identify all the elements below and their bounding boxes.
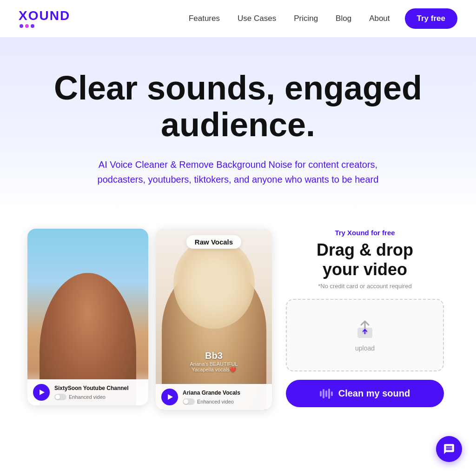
hero-headline: Clear sounds, engaged audience. bbox=[29, 70, 447, 143]
waveform-bar-4 bbox=[328, 389, 330, 399]
video-cards: SixtySoon Youtube Channel Enhanced video… bbox=[27, 229, 272, 410]
clean-btn-label: Clean my sound bbox=[338, 388, 410, 399]
try-xound-label: Try Xound for free bbox=[286, 229, 444, 237]
video-thumb-1 bbox=[27, 229, 148, 405]
card-title-1: SixtySoon Youtube Channel bbox=[54, 385, 143, 392]
logo[interactable]: XOUND bbox=[19, 9, 70, 28]
card-footer-1: SixtySoon Youtube Channel Enhanced video bbox=[27, 379, 148, 405]
nav-blog[interactable]: Blog bbox=[329, 10, 358, 27]
enhanced-label-1: Enhanced video bbox=[69, 394, 106, 400]
card-info-1: SixtySoon Youtube Channel Enhanced video bbox=[54, 385, 143, 400]
nav-pricing[interactable]: Pricing bbox=[287, 10, 324, 27]
chat-icon bbox=[443, 443, 455, 455]
logo-text: XOUND bbox=[19, 9, 70, 22]
card-enhanced-2: Enhanced video bbox=[183, 398, 266, 405]
logo-dot-2 bbox=[25, 24, 29, 28]
upload-area[interactable]: upload bbox=[286, 299, 444, 371]
enhanced-toggle-1[interactable] bbox=[54, 394, 66, 400]
play-button-2[interactable] bbox=[161, 389, 178, 405]
upload-label: upload bbox=[296, 344, 434, 352]
nav: Features Use Cases Pricing Blog About Tr… bbox=[182, 8, 457, 29]
no-credit-label: *No credit card or account required bbox=[286, 283, 444, 290]
card-title-2: Ariana Grande Vocals bbox=[183, 390, 266, 397]
bb3-sub: Ariana's BEAUTIFULYacapella vocals❤️ bbox=[190, 361, 238, 373]
hero-section: Clear sounds, engaged audience. AI Voice… bbox=[0, 37, 476, 210]
header: XOUND Features Use Cases Pricing Blog Ab… bbox=[0, 0, 476, 37]
logo-dot-1 bbox=[20, 24, 23, 28]
bb3-text: Bb3 bbox=[190, 350, 238, 361]
nav-use-cases[interactable]: Use Cases bbox=[231, 10, 283, 27]
drag-drop-title: Drag & dropyour video bbox=[286, 240, 444, 279]
chat-support-button[interactable] bbox=[436, 436, 462, 462]
card-enhanced-1: Enhanced video bbox=[54, 394, 143, 400]
waveform-bar-3 bbox=[325, 390, 327, 397]
right-panel: Try Xound for free Drag & dropyour video… bbox=[281, 229, 449, 407]
try-free-button[interactable]: Try free bbox=[405, 8, 457, 29]
video-card-1: SixtySoon Youtube Channel Enhanced video bbox=[27, 229, 148, 405]
card-footer-2: Ariana Grande Vocals Enhanced video bbox=[156, 384, 272, 410]
video-thumb-2 bbox=[156, 229, 272, 410]
video-card-2: Raw Vocals Bb3 Ariana's BEAUTIFULYacapel… bbox=[156, 229, 272, 410]
play-button-1[interactable] bbox=[33, 384, 50, 401]
enhanced-toggle-2[interactable] bbox=[183, 398, 195, 405]
bb3-overlay: Bb3 Ariana's BEAUTIFULYacapella vocals❤️ bbox=[190, 350, 238, 373]
logo-dot-3 bbox=[31, 24, 34, 28]
waveform-bar-2 bbox=[323, 389, 324, 398]
hero-subheadline: AI Voice Cleaner & Remove Background Noi… bbox=[75, 157, 401, 187]
enhanced-label-2: Enhanced video bbox=[197, 399, 234, 404]
nav-features[interactable]: Features bbox=[182, 10, 226, 27]
waveform-bar-1 bbox=[320, 391, 322, 397]
waveform-bar-5 bbox=[331, 391, 333, 396]
clean-sound-button[interactable]: Clean my sound bbox=[286, 380, 444, 407]
upload-icon bbox=[354, 318, 376, 341]
logo-dots bbox=[19, 24, 34, 28]
card-info-2: Ariana Grande Vocals Enhanced video bbox=[183, 390, 266, 405]
nav-about[interactable]: About bbox=[363, 10, 396, 27]
clean-btn-icon bbox=[320, 389, 333, 399]
main-section: SixtySoon Youtube Channel Enhanced video… bbox=[0, 210, 476, 438]
raw-vocals-badge: Raw Vocals bbox=[186, 235, 241, 249]
